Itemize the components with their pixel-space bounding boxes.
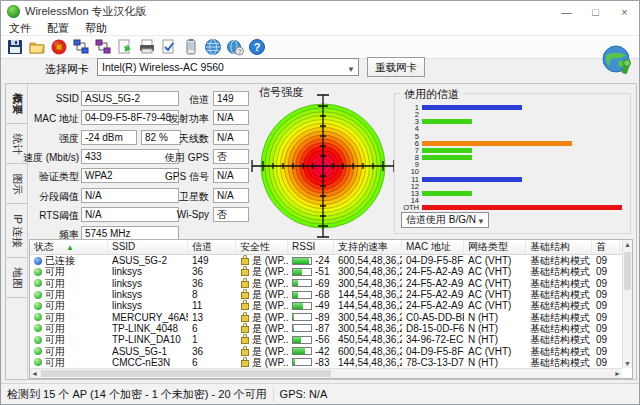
column-header-4[interactable]: 安全性 — [236, 240, 288, 254]
field-value: 否 — [213, 149, 249, 164]
minimize-button[interactable]: — — [552, 1, 581, 22]
channel-usage-select[interactable]: 信道使用 B/G/N ▼ — [401, 212, 489, 228]
globe-icon[interactable] — [202, 36, 224, 58]
cell-text: 78-C3-13-D7-6F... — [406, 357, 464, 368]
network-blue-icon[interactable] — [70, 36, 92, 58]
tab-地图[interactable]: 地图 — [6, 258, 27, 298]
cell: N (HT) — [464, 334, 526, 345]
vscroll-thumb[interactable] — [624, 252, 631, 290]
table-row[interactable]: 可用ASUS_5G-136是 (WP...-42600,54,48,36,24.… — [30, 345, 632, 356]
table-row[interactable]: 可用TP-LINK_DA101是 (WP...-56450,54,48,36,2… — [30, 334, 632, 345]
column-header-1[interactable]: 状态▲ — [30, 240, 108, 254]
tab-概要[interactable]: 概要 — [6, 84, 27, 124]
reload-nic-button[interactable]: 重载网卡 — [367, 57, 425, 77]
export-icon[interactable] — [114, 36, 136, 58]
table-row[interactable]: 可用linksys8是 (WP...-68144,54,48,36,24...2… — [30, 289, 632, 300]
cell-text: 是 (WP... — [252, 312, 288, 323]
table-row[interactable]: 可用linksys36是 (WP...-69300,54,48,36,24...… — [30, 278, 632, 289]
cell: ASUS_5G-1 — [108, 345, 188, 356]
table-row[interactable]: 可用linksys11是 (WP...-49144,54,48,36,24...… — [30, 300, 632, 311]
column-header-5[interactable]: RSSI — [288, 240, 334, 254]
network-purple-icon[interactable] — [92, 36, 114, 58]
column-header-6[interactable]: 支持的速率 — [334, 240, 402, 254]
menu-item-帮助[interactable]: 帮助 — [77, 21, 115, 36]
sort-asc-icon: ▲ — [66, 243, 74, 252]
print-icon[interactable] — [136, 36, 158, 58]
cell: 可用 — [30, 334, 108, 345]
menu-item-配置[interactable]: 配置 — [39, 21, 77, 36]
cell-text: 24-F5-A2-A9-95... — [406, 289, 464, 300]
field-value: N/A — [213, 110, 249, 125]
cell-text: 09 — [596, 300, 607, 311]
cell-text: 可用 — [45, 289, 65, 300]
table-row[interactable]: 可用MERCURY_46A513是 (WP...-89300,54,48,36,… — [30, 311, 632, 322]
tab-IP 连接[interactable]: IP 连接 — [6, 204, 27, 258]
nic-select[interactable]: Intel(R) Wireless-AC 9560 ▼ — [97, 58, 359, 76]
channel-row: OTH — [395, 204, 630, 211]
lock-icon — [241, 258, 249, 265]
menu-item-文件[interactable]: 文件 — [1, 21, 39, 36]
column-header-9[interactable]: 基础结构 — [526, 240, 592, 254]
cell: linksys — [108, 289, 188, 300]
table-row[interactable]: 可用CMCC-nE3N6是 (WP...-83144,54,48,36,24..… — [30, 357, 632, 368]
cell: -42 — [288, 345, 334, 356]
close-button[interactable]: × — [610, 1, 639, 22]
status-icon — [34, 257, 42, 265]
cell: 09 — [592, 334, 620, 345]
scroll-right-icon[interactable]: ► — [613, 370, 622, 377]
field-value: N/A — [213, 130, 249, 145]
ap-table: 状态▲SSID信道安全性RSSI支持的速率MAC 地址网络类型基础结构首 已连接… — [29, 239, 633, 379]
field-label: SSID — [56, 93, 79, 104]
channel-row: 12 — [395, 183, 630, 190]
device-icon[interactable] — [180, 36, 202, 58]
cell-text: 1 — [192, 334, 198, 345]
channel-row: 13 — [395, 190, 630, 197]
field-row: 使用 GPS否 — [151, 149, 249, 166]
cell-text: AC (VHT) — [468, 346, 511, 357]
table-row[interactable]: 可用TP-LINK_40486是 (WP...-87300,54,48,36,2… — [30, 323, 632, 334]
cell-text: -49 — [315, 300, 329, 311]
cell-text: 是 (WP... — [252, 334, 288, 345]
table-row[interactable]: 可用linksys36是 (WP...-51300,54,48,36,24...… — [30, 266, 632, 277]
cell-text: 是 (WP... — [252, 289, 288, 300]
cell: 36 — [188, 345, 236, 356]
scroll-left-icon[interactable]: ◄ — [30, 370, 39, 377]
lock-icon — [241, 269, 249, 276]
field-value: -24 dBm — [81, 130, 137, 145]
column-header-8[interactable]: 网络类型 — [464, 240, 526, 254]
column-header-10[interactable]: 首 — [592, 240, 620, 254]
column-header-7[interactable]: MAC 地址 — [402, 240, 464, 254]
horizontal-scrollbar[interactable]: ◄ ► — [30, 368, 622, 378]
cell: 09 — [592, 278, 620, 289]
scroll-up-icon[interactable]: ▲ — [623, 241, 632, 248]
hscroll-thumb[interactable] — [41, 370, 331, 377]
vertical-scrollbar[interactable]: ▲ ▼ — [622, 240, 632, 368]
cell-text: 基础结构模式 — [530, 312, 590, 323]
maximize-button[interactable]: □ — [581, 1, 610, 22]
cell: -89 — [288, 311, 334, 322]
cell: 600,54,48,36,24... — [334, 255, 402, 266]
cell: -24 — [288, 255, 334, 266]
field-label: 使用 GPS — [165, 151, 209, 165]
save-icon[interactable] — [4, 36, 26, 58]
table-row[interactable]: 已连接ASUS_5G-2149是 (WP...-24600,54,48,36,2… — [30, 255, 632, 266]
column-header-2[interactable]: SSID — [108, 240, 188, 254]
cell-text: 基础结构模式 — [530, 289, 590, 300]
verify-icon[interactable] — [158, 36, 180, 58]
cell: -69 — [288, 278, 334, 289]
tab-label: IP 连接 — [10, 214, 24, 248]
rssi-meter — [292, 279, 312, 287]
open-icon[interactable] — [26, 36, 48, 58]
scroll-down-icon[interactable]: ▼ — [623, 360, 632, 367]
globe-help-icon[interactable]: ? — [224, 36, 246, 58]
cell-text: 09 — [596, 323, 607, 334]
ap-table-body: 已连接ASUS_5G-2149是 (WP...-24600,54,48,36,2… — [30, 255, 632, 368]
help-icon[interactable]: ? — [246, 36, 268, 58]
stop-icon[interactable] — [48, 36, 70, 58]
column-header-3[interactable]: 信道 — [188, 240, 236, 254]
cell: TP-LINK_4048 — [108, 323, 188, 334]
field-label: 验证类型 — [39, 170, 79, 184]
tab-图示[interactable]: 图示 — [6, 164, 27, 204]
channel-bar — [422, 119, 472, 124]
lock-icon — [241, 349, 249, 356]
